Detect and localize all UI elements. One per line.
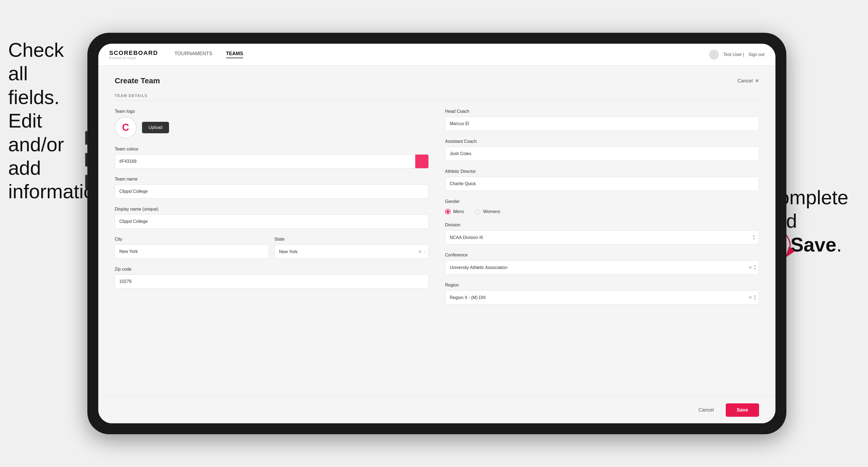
team-logo-label: Team logo xyxy=(115,109,429,114)
state-select-wrapper: New York ✕ ⌄ xyxy=(274,244,429,259)
zip-input[interactable] xyxy=(115,275,429,289)
state-select[interactable]: New York xyxy=(274,244,429,259)
cancel-header-button[interactable]: Cancel ✕ xyxy=(738,78,759,84)
upload-button[interactable]: Upload xyxy=(142,122,169,133)
state-group: State New York ✕ ⌄ xyxy=(274,237,429,259)
form-footer: Cancel Save xyxy=(98,397,775,423)
head-coach-label: Head Coach xyxy=(445,109,759,114)
region-select[interactable]: Region II - (M) DIII xyxy=(445,290,759,305)
main-content: Create Team Cancel ✕ TEAM DETAILS Team l… xyxy=(98,66,775,397)
conference-group: Conference University Athletic Associati… xyxy=(445,253,759,275)
nav-links: TOURNAMENTS TEAMS xyxy=(175,51,709,58)
logo-upload-area: C Upload xyxy=(115,117,429,138)
gender-mens-label: Mens xyxy=(453,209,464,214)
display-name-input[interactable] xyxy=(115,214,429,228)
region-label: Region xyxy=(445,283,759,287)
team-name-input[interactable] xyxy=(115,184,429,198)
division-label: Division xyxy=(445,223,759,227)
conference-label: Conference xyxy=(445,253,759,257)
region-group: Region Region II - (M) DIII ✕ ▲ ▼ xyxy=(445,283,759,305)
conference-select-wrapper: University Athletic Association ✕ ▲ ▼ xyxy=(445,260,759,275)
nav-tournaments[interactable]: TOURNAMENTS xyxy=(175,51,212,58)
athletic-director-group: Athletic Director xyxy=(445,169,759,191)
save-button[interactable]: Save xyxy=(726,403,759,417)
team-name-group: Team name xyxy=(115,177,429,198)
city-label: City xyxy=(115,237,269,242)
conference-select[interactable]: University Athletic Association xyxy=(445,260,759,275)
gender-mens-option[interactable]: Mens xyxy=(445,209,464,214)
head-coach-group: Head Coach xyxy=(445,109,759,131)
head-coach-input[interactable] xyxy=(445,117,759,131)
logo-text: SCOREBOARD xyxy=(109,50,158,57)
gender-womens-option[interactable]: Womens xyxy=(475,209,500,214)
zip-code-group: Zip code xyxy=(115,267,429,289)
gender-radio-group: Mens Womens xyxy=(445,209,759,214)
state-label: State xyxy=(274,237,429,242)
tablet-screen: SCOREBOARD Powered by clippd TOURNAMENTS… xyxy=(98,44,775,423)
nav-teams[interactable]: TEAMS xyxy=(226,51,243,58)
division-group: Division NCAA Division III ▲ ▼ xyxy=(445,223,759,244)
team-colour-group: Team colour xyxy=(115,147,429,168)
athletic-director-label: Athletic Director xyxy=(445,169,759,174)
navbar: SCOREBOARD Powered by clippd TOURNAMENTS… xyxy=(98,44,775,66)
athletic-director-input[interactable] xyxy=(445,177,759,191)
tablet-frame: SCOREBOARD Powered by clippd TOURNAMENTS… xyxy=(87,33,786,434)
gender-womens-radio[interactable] xyxy=(475,209,480,214)
page-title: Create Team xyxy=(115,76,160,85)
section-label: TEAM DETAILS xyxy=(115,93,759,101)
form-right-column: Head Coach Assistant Coach Athletic Dire… xyxy=(445,109,759,305)
assistant-coach-input[interactable] xyxy=(445,147,759,161)
colour-input-row xyxy=(115,154,429,168)
gender-label: Gender xyxy=(445,199,759,204)
assistant-coach-group: Assistant Coach xyxy=(445,139,759,161)
region-select-wrapper: Region II - (M) DIII ✕ ▲ ▼ xyxy=(445,290,759,305)
display-name-label: Display name (unique) xyxy=(115,207,429,212)
user-avatar xyxy=(709,50,719,60)
gender-womens-label: Womens xyxy=(483,209,500,214)
city-group: City xyxy=(115,237,269,259)
colour-swatch[interactable] xyxy=(415,154,429,168)
close-icon: ✕ xyxy=(755,78,759,84)
team-colour-label: Team colour xyxy=(115,147,429,152)
division-dropdown-wrapper: NCAA Division III ▲ ▼ xyxy=(445,230,759,244)
team-logo-group: Team logo C Upload xyxy=(115,109,429,138)
zip-label: Zip code xyxy=(115,267,429,272)
logo-area: SCOREBOARD Powered by clippd xyxy=(109,50,158,60)
sign-out-link[interactable]: Sign out xyxy=(748,52,765,57)
city-state-row: City State New York ✕ xyxy=(115,237,429,259)
division-select[interactable]: NCAA Division III xyxy=(445,230,759,244)
gender-mens-radio[interactable] xyxy=(445,209,451,214)
form-left-column: Team logo C Upload Team colour xyxy=(115,109,429,305)
assistant-coach-label: Assistant Coach xyxy=(445,139,759,144)
colour-input[interactable] xyxy=(115,154,415,168)
team-name-label: Team name xyxy=(115,177,429,182)
city-input[interactable] xyxy=(115,244,269,259)
city-state-group: City State New York ✕ xyxy=(115,237,429,259)
instruction-left: Check all fields. Edit and/or add inform… xyxy=(8,38,85,204)
display-name-group: Display name (unique) xyxy=(115,207,429,228)
nav-right: Test User | Sign out xyxy=(709,50,765,60)
logo-circle: C xyxy=(115,117,136,138)
form-grid: Team logo C Upload Team colour xyxy=(115,109,759,305)
logo-sub: Powered by clippd xyxy=(109,57,158,60)
gender-group: Gender Mens Womens xyxy=(445,199,759,214)
user-info: Test User | xyxy=(723,52,744,57)
page-header: Create Team Cancel ✕ xyxy=(115,76,759,85)
cancel-button[interactable]: Cancel xyxy=(692,403,720,417)
